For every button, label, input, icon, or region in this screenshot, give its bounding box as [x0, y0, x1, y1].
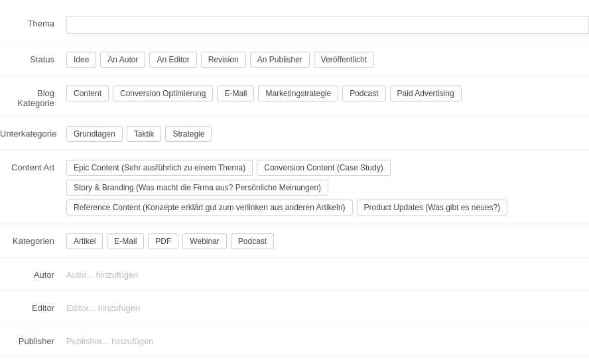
autor-row: Autor Autor... hinzufügen	[0, 258, 589, 291]
tag-pill[interactable]: Grundlagen	[66, 126, 123, 142]
unterkategorie-label: Unterkategorie	[0, 125, 66, 139]
tag-pill[interactable]: Reference Content (Konzepte erklärt gut …	[66, 200, 353, 215]
thema-input[interactable]	[66, 16, 589, 34]
autor-content: Autor... hinzufügen	[66, 266, 589, 280]
autor-label: Autor	[0, 266, 66, 280]
autor-placeholder[interactable]: Autor... hinzufügen	[66, 267, 138, 280]
editor-row: Editor Editor... hinzufügen	[0, 291, 589, 324]
tag-pill[interactable]: Strategie	[165, 126, 212, 142]
tag-pill[interactable]: Product Updates (Was gibt es neues?)	[357, 200, 508, 215]
publisher-label: Publisher	[0, 332, 66, 346]
status-row: Status IdeeAn AutorAn EditorRevisionAn P…	[0, 42, 589, 76]
tag-pill[interactable]: Taktik	[127, 126, 162, 142]
status-tags: IdeeAn AutorAn EditorRevisionAn Publishe…	[66, 50, 589, 68]
tag-pill[interactable]: E-Mail	[217, 86, 254, 101]
tag-pill[interactable]: PDF	[148, 233, 178, 249]
kategorien-tags: ArtikelE-MailPDFWebinarPodcast	[66, 232, 589, 249]
status-label: Status	[0, 50, 66, 64]
tag-pill[interactable]: Epic Content (Sehr ausführlich zu einem …	[66, 160, 253, 176]
publisher-placeholder[interactable]: Publisher... hinzufügen	[66, 334, 154, 346]
tag-pill[interactable]: Conversion Content (Case Study)	[257, 160, 390, 176]
unterkategorie-row: Unterkategorie GrundlagenTaktikStrategie	[0, 117, 589, 151]
tag-pill[interactable]: An Autor	[100, 52, 145, 68]
content-art-tags: Epic Content (Sehr ausführlich zu einem …	[66, 158, 589, 215]
inhalt-row: Inhalt Inhalt... hinzufügen	[0, 357, 589, 364]
tag-pill[interactable]: Podcast	[231, 233, 274, 249]
blog-kategorie-tags: ContentConversion OptimierungE-MailMarke…	[66, 84, 589, 101]
thema-row: Thema	[0, 7, 589, 42]
tag-pill[interactable]: Idee	[66, 52, 96, 68]
tag-pill[interactable]: Conversion Optimierung	[113, 86, 213, 101]
tag-pill[interactable]: Marketingstrategie	[258, 86, 338, 101]
tag-pill[interactable]: Podcast	[342, 86, 385, 101]
form-container: Thema Status IdeeAn AutorAn EditorRevisi…	[0, 0, 589, 364]
tag-pill[interactable]: An Publisher	[250, 52, 310, 68]
thema-content	[66, 15, 589, 34]
tag-pill[interactable]: E-Mail	[107, 233, 144, 249]
tag-pill[interactable]: Paid Advertising	[390, 86, 462, 101]
tag-pill[interactable]: Story & Branding (Was macht die Firma au…	[66, 180, 328, 196]
tag-pill[interactable]: Webinar	[182, 233, 226, 249]
kategorien-label: Kategorien	[0, 232, 66, 246]
tag-pill[interactable]: Artikel	[66, 233, 103, 249]
publisher-row: Publisher Publisher... hinzufügen	[0, 324, 589, 357]
editor-label: Editor	[0, 299, 66, 313]
unterkategorie-tags: GrundlagenTaktikStrategie	[66, 125, 589, 142]
blog-kategorie-label: Blog Kategorie	[0, 84, 66, 108]
publisher-content: Publisher... hinzufügen	[66, 332, 589, 346]
content-art-row: Content Art Epic Content (Sehr ausführli…	[0, 151, 589, 224]
tag-pill[interactable]: Revision	[201, 52, 246, 68]
blog-kategorie-row: Blog Kategorie ContentConversion Optimie…	[0, 76, 589, 117]
tag-pill[interactable]: Veröffentlicht	[314, 52, 374, 68]
tag-pill[interactable]: Content	[66, 86, 109, 101]
thema-label: Thema	[0, 15, 66, 29]
tag-pill[interactable]: An Editor	[149, 52, 196, 68]
editor-placeholder[interactable]: Editor... hinzufügen	[66, 300, 140, 313]
editor-content: Editor... hinzufügen	[66, 299, 589, 313]
kategorien-row: Kategorien ArtikelE-MailPDFWebinarPodcas…	[0, 224, 589, 258]
content-art-label: Content Art	[0, 158, 66, 172]
